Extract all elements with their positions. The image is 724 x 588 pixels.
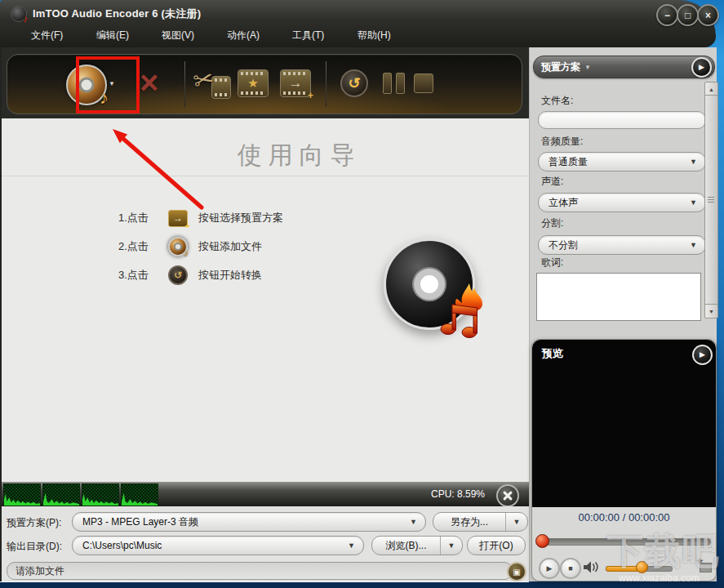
add-file-button[interactable]: ♪	[66, 65, 107, 105]
play-button[interactable]: ▶	[539, 558, 560, 579]
scissors-icon: ✂	[191, 66, 216, 95]
start-convert-icon: ↺	[168, 265, 188, 285]
music-note-icon: ♪	[100, 87, 109, 109]
collapse-preview-button[interactable]: ▶	[692, 345, 713, 365]
menu-view[interactable]: 视图(V)	[162, 24, 227, 47]
wizard-step-2: 2.点击 ♪ 按钮添加文件	[118, 237, 262, 256]
save-as-button[interactable]: 另存为... ▼	[433, 512, 528, 532]
quality-dropdown[interactable]: 普通质量 ▼	[538, 152, 706, 172]
channel-label: 声道:	[541, 175, 563, 189]
minimize-icon: −	[664, 11, 670, 20]
preset-value: MP3 - MPEG Layer-3 音频	[73, 515, 410, 529]
cd-artwork	[384, 238, 475, 330]
choose-preset-icon: →+	[168, 210, 188, 227]
plus-icon: +	[308, 90, 313, 101]
scrollbar-down-button[interactable]: ▼	[704, 304, 718, 318]
chevron-down-icon: ▼	[580, 64, 691, 71]
channel-dropdown[interactable]: 立体声 ▼	[538, 193, 706, 212]
menu-bar: 文件(F) 编辑(E) 视图(V) 动作(A) 工具(T) 帮助(H)	[0, 24, 553, 47]
stop-playback-button[interactable]: ■	[560, 558, 581, 579]
toolbar-separator	[326, 61, 326, 107]
trim-button[interactable]: ✂	[195, 66, 231, 100]
minimize-button[interactable]: −	[656, 4, 678, 26]
maximize-button[interactable]: □	[677, 4, 699, 26]
effects-button[interactable]: ★	[238, 69, 269, 97]
lyrics-textarea[interactable]	[536, 273, 701, 321]
preset-panel: 预置方案 ▼ ▶ 文件名: 音频质量: 普通质量 ▼ 声道: 立体声 ▼ 分割:…	[529, 47, 717, 581]
toolbar-zone: ♪ ▼ × ✂ ★ → + ↺	[0, 47, 529, 118]
filename-label: 文件名:	[541, 94, 573, 108]
filename-input[interactable]	[538, 111, 706, 129]
split-label: 分割:	[541, 216, 563, 230]
preview-title: 预览	[542, 346, 563, 361]
pause-button[interactable]	[383, 73, 405, 94]
cpu-graph	[3, 483, 158, 506]
preset-panel-title: 预置方案	[534, 60, 580, 74]
volume-knob[interactable]	[636, 561, 648, 573]
status-message: 请添加文件	[16, 564, 64, 578]
stop-button[interactable]	[414, 74, 433, 93]
quality-label: 音频质量:	[541, 135, 583, 149]
chevron-down-icon: ▼	[690, 158, 705, 166]
preset-combobox[interactable]: MP3 - MPEG Layer-3 音频 ▼	[72, 512, 426, 532]
step-text: 按钮选择预置方案	[198, 211, 283, 225]
bottom-controls: 预置方案(P): MP3 - MPEG Layer-3 音频 ▼ 另存为... …	[0, 506, 529, 582]
menu-help[interactable]: 帮助(H)	[358, 24, 423, 47]
tools-button[interactable]	[496, 484, 519, 507]
convert-format-button[interactable]: → +	[280, 69, 311, 97]
menu-tools[interactable]: 工具(T)	[292, 24, 358, 47]
wizard-title: 使用向导	[69, 139, 529, 172]
wizard-area: 使用向导 1.点击 →+ 按钮选择预置方案 2.点击 ♪ 按钮添加文件 3.点击…	[0, 118, 529, 482]
toolbar: ♪ ▼ × ✂ ★ → + ↺	[7, 54, 522, 114]
film-frame-icon	[700, 563, 712, 572]
cpu-usage-label: CPU: 8.59%	[431, 488, 485, 500]
star-icon: ★	[238, 76, 268, 91]
browse-dropdown-arrow[interactable]: ▼	[440, 537, 462, 555]
arrow-right-icon: ▶	[700, 351, 705, 359]
status-badge[interactable]: ▣	[507, 562, 526, 581]
flaming-note-icon	[438, 282, 486, 339]
split-dropdown[interactable]: 不分割 ▼	[538, 235, 706, 255]
window-title: ImTOO Audio Encoder 6 (未注册)	[33, 7, 201, 21]
preset-label: 预置方案(P):	[7, 516, 61, 530]
close-button[interactable]: ×	[697, 4, 719, 26]
output-dir-label: 输出目录(D):	[7, 540, 62, 554]
menu-action[interactable]: 动作(A)	[227, 24, 292, 47]
open-button[interactable]: 打开(O)	[467, 536, 526, 555]
cpu-graph-block	[3, 483, 41, 506]
divider	[0, 176, 529, 176]
preview-screen: 预览 ▶	[532, 340, 716, 507]
delete-icon: ×	[140, 65, 158, 100]
seek-slider-knob[interactable]	[535, 534, 549, 548]
restore-arrow-icon: ↺	[348, 74, 360, 92]
cpu-monitor-bar: CPU: 8.59%	[0, 482, 529, 506]
playback-time: 00:00:00 / 00:00:00	[532, 511, 716, 523]
menu-edit[interactable]: 编辑(E)	[96, 24, 162, 47]
step-number: 1.点击	[118, 211, 158, 225]
close-icon: ×	[705, 11, 711, 20]
save-as-dropdown-arrow[interactable]: ▼	[505, 513, 527, 531]
add-file-icon: ♪	[168, 237, 188, 256]
collapse-panel-button[interactable]: ▶	[691, 57, 712, 78]
seek-slider[interactable]	[539, 538, 711, 546]
delete-button[interactable]: ×	[140, 66, 158, 99]
snapshot-button[interactable]: ★	[695, 558, 712, 572]
preview-player: 预览 ▶ 00:00:00 / 00:00:00 ▶ ■ ★	[531, 339, 717, 581]
step-text: 按钮开始转换	[198, 268, 262, 283]
add-file-dropdown-arrow[interactable]: ▼	[109, 80, 115, 87]
scrollbar-thumb[interactable]	[704, 95, 718, 305]
toolbar-separator	[184, 61, 185, 107]
browse-button[interactable]: 浏览(B)... ▼	[371, 536, 463, 555]
menu-file[interactable]: 文件(F)	[31, 24, 96, 47]
app-logo-icon: ♪	[11, 6, 27, 22]
output-dir-value: C:\Users\pc\Music	[73, 540, 348, 551]
chevron-down-icon: ▼	[690, 241, 705, 249]
chevron-down-icon: ▼	[348, 541, 363, 550]
scroll-down-icon: ▼	[708, 309, 714, 314]
start-encode-button[interactable]: ↺	[340, 69, 368, 97]
preset-panel-header[interactable]: 预置方案 ▼ ▶	[533, 56, 715, 78]
play-icon: ▶	[547, 565, 553, 572]
output-dir-combobox[interactable]: C:\Users\pc\Music ▼	[72, 536, 364, 555]
arrow-right-icon: →	[281, 75, 310, 91]
chevron-down-icon: ▼	[690, 198, 705, 207]
